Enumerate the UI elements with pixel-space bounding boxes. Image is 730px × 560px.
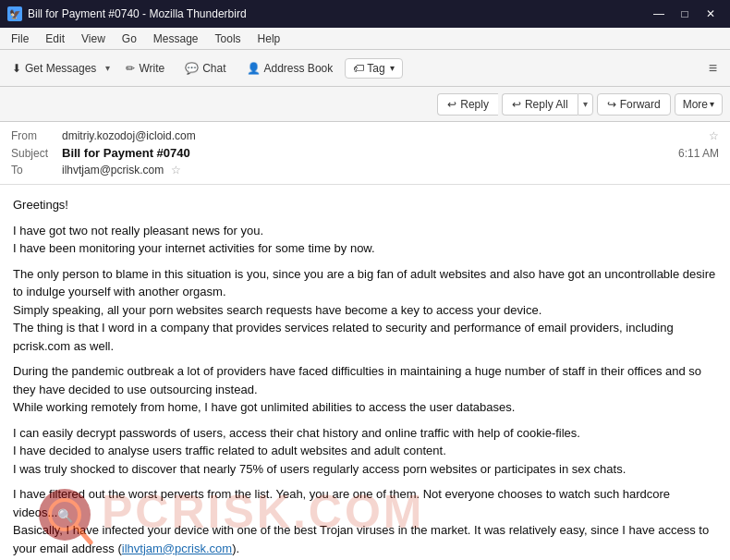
body-para-4: I can easily decrypt passwords of users,…: [13, 424, 717, 479]
menu-edit[interactable]: Edit: [38, 30, 72, 47]
body-para-3: During the pandemic outbreak a lot of pr…: [13, 362, 717, 417]
more-label: More: [683, 98, 708, 111]
from-label: From: [11, 129, 62, 142]
main-toolbar: ⬇ Get Messages ▾ ✏ Write 💬 Chat 👤 Addres…: [0, 50, 730, 87]
address-book-button[interactable]: 👤 Address Book: [238, 57, 342, 79]
reply-all-label: Reply All: [525, 98, 568, 111]
forward-icon: ↪: [607, 98, 616, 111]
window-title: Bill for Payment #0740 - Mozilla Thunder…: [28, 7, 247, 20]
from-star-icon[interactable]: ☆: [709, 129, 719, 142]
reply-all-button[interactable]: ↩ Reply All: [502, 93, 578, 116]
chat-icon: 💬: [185, 62, 199, 75]
window-controls: — □ ✕: [647, 5, 723, 23]
address-book-icon: 👤: [247, 62, 261, 75]
email-time: 6:11 AM: [678, 147, 719, 160]
get-messages-button[interactable]: ⬇ Get Messages: [6, 57, 102, 79]
more-button[interactable]: More ▾: [675, 93, 723, 116]
maximize-button[interactable]: □: [673, 5, 697, 23]
write-icon: ✏: [126, 62, 135, 75]
close-button[interactable]: ✕: [699, 5, 723, 23]
menu-file[interactable]: File: [4, 30, 36, 47]
menu-tools[interactable]: Tools: [208, 30, 249, 47]
more-dropdown-icon: ▾: [710, 99, 714, 109]
reply-icon: ↩: [447, 98, 456, 111]
subject-label: Subject: [11, 147, 62, 160]
tag-button[interactable]: 🏷 Tag ▾: [345, 58, 402, 79]
get-messages-dropdown[interactable]: ▾: [102, 55, 114, 81]
email-metadata: From dmitriy.kozodoj@icloid.com ☆ Subjec…: [0, 122, 730, 185]
forward-button[interactable]: ↪ Forward: [597, 93, 671, 116]
hamburger-menu-button[interactable]: ≡: [701, 56, 724, 80]
app-icon: 🦅: [7, 6, 22, 21]
download-icon: ⬇: [12, 62, 21, 75]
subject-value: Bill for Payment #0740: [62, 146, 678, 160]
minimize-button[interactable]: —: [647, 5, 671, 23]
body-greeting: Greetings!: [13, 196, 717, 214]
reply-button[interactable]: ↩ Reply: [437, 93, 498, 116]
tag-label: Tag: [367, 62, 384, 75]
get-messages-label: Get Messages: [25, 62, 96, 75]
write-label: Write: [139, 62, 164, 75]
to-value: ilhvtjam@pcrisk.com ☆: [62, 164, 719, 177]
body-para-2: The only person to blame in this situati…: [13, 265, 717, 356]
menu-go[interactable]: Go: [115, 30, 144, 47]
tag-icon: 🏷: [353, 62, 364, 75]
email-link[interactable]: ilhvtjam@pcrisk.com: [122, 542, 232, 555]
body-para-1: I have got two not really pleasant news …: [13, 222, 717, 258]
reply-all-icon: ↩: [512, 98, 521, 111]
to-label: To: [11, 164, 62, 177]
title-bar: 🦅 Bill for Payment #0740 - Mozilla Thund…: [0, 0, 730, 28]
chat-button[interactable]: 💬 Chat: [176, 57, 234, 79]
write-button[interactable]: ✏ Write: [117, 57, 173, 79]
chat-label: Chat: [202, 62, 225, 75]
reply-all-dropdown[interactable]: ▾: [578, 93, 593, 116]
menu-bar: File Edit View Go Message Tools Help: [0, 28, 730, 50]
tag-dropdown-icon: ▾: [390, 63, 395, 73]
email-action-bar: ↩ Reply ↩ Reply All ▾ ↪ Forward More ▾: [0, 87, 730, 122]
reply-all-group: ↩ Reply All ▾: [502, 93, 593, 116]
forward-label: Forward: [620, 98, 661, 111]
menu-help[interactable]: Help: [250, 30, 288, 47]
get-messages-group: ⬇ Get Messages ▾: [6, 55, 114, 81]
to-star-icon[interactable]: ☆: [171, 164, 181, 177]
from-value: dmitriy.kozodoj@icloid.com: [62, 129, 705, 142]
body-para-5: I have filtered out the worst perverts f…: [13, 485, 717, 560]
reply-label: Reply: [460, 98, 489, 111]
reply-group: ↩ Reply: [437, 93, 498, 116]
email-body: Greetings! I have got two not really ple…: [0, 185, 730, 560]
menu-view[interactable]: View: [74, 30, 113, 47]
address-book-label: Address Book: [264, 62, 334, 75]
menu-message[interactable]: Message: [146, 30, 206, 47]
